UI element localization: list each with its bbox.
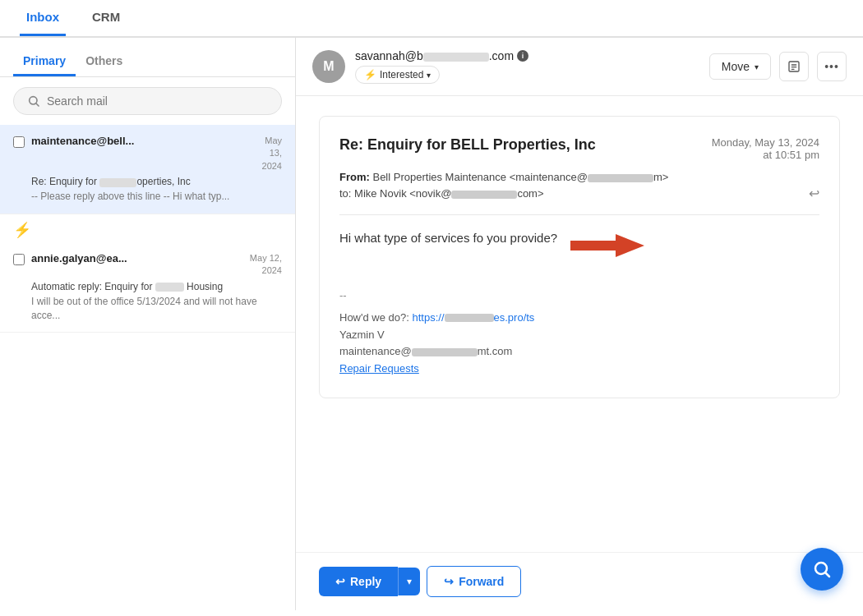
forward-button[interactable]: ↪ Forward xyxy=(427,566,521,597)
lightning-icon: ⚡ xyxy=(0,214,295,242)
arrow-annotation xyxy=(570,232,644,264)
signer-email: maintenance@mt.com xyxy=(339,343,819,361)
contact-email: savannah@b.com i xyxy=(355,49,699,62)
move-button[interactable]: Move ▾ xyxy=(709,53,771,80)
forward-icon: ↪ xyxy=(444,575,454,588)
reply-dropdown-button[interactable]: ▾ xyxy=(398,568,420,595)
email-header-bar: M savannah@b.com i ⚡ Interested ▾ Move ▾ xyxy=(296,38,863,96)
signer-name: Yazmin V xyxy=(339,327,819,344)
email-date-2: May 12, 2024 xyxy=(250,252,282,278)
email-checkbox-1[interactable] xyxy=(13,136,25,148)
list-item[interactable]: annie.galyan@ea... May 12, 2024 Automati… xyxy=(0,242,295,333)
divider xyxy=(339,214,819,215)
reply-icon: ↩ xyxy=(335,575,345,588)
email-body: Hi what type of services fo you provide?… xyxy=(339,228,819,378)
search-icon xyxy=(27,94,40,108)
email-thread: Re: Enquiry for BELL Properties, Inc Mon… xyxy=(319,116,840,398)
search-input[interactable] xyxy=(47,94,268,108)
tab-others[interactable]: Others xyxy=(76,48,132,76)
email-checkbox-2[interactable] xyxy=(13,254,25,265)
status-label: Interested xyxy=(380,69,423,80)
email-subject-1: Re: Enquiry for operties, Inc xyxy=(31,176,282,187)
repair-requests-link[interactable]: Repair Requests xyxy=(339,362,419,375)
nav-tab-crm[interactable]: CRM xyxy=(85,0,127,36)
survey-link[interactable]: https://es.pro/ts xyxy=(412,311,534,324)
email-detail-panel: M savannah@b.com i ⚡ Interested ▾ Move ▾ xyxy=(296,38,863,610)
svg-line-1 xyxy=(36,103,39,106)
chevron-down-icon: ▾ xyxy=(407,576,412,587)
tab-primary[interactable]: Primary xyxy=(13,48,76,76)
search-fab-button[interactable] xyxy=(801,548,843,591)
chevron-down-icon: ▾ xyxy=(755,62,759,71)
email-content: Re: Enquiry for BELL Properties, Inc Mon… xyxy=(296,96,863,552)
email-body-question: Hi what type of services fo you provide? xyxy=(339,228,557,248)
email-date-1: May 13, 2024 xyxy=(262,135,282,172)
nav-tab-inbox[interactable]: Inbox xyxy=(20,0,66,36)
list-item[interactable]: maintenance@bell... May 13, 2024 Re: Enq… xyxy=(0,125,295,214)
notes-button[interactable] xyxy=(779,52,809,81)
inbox-panel: Primary Others maintenance@bell... May 1… xyxy=(0,38,296,610)
avatar: M xyxy=(312,50,345,83)
email-preview-1: -- Please reply above this line -- Hi wh… xyxy=(31,190,282,204)
reply-button-group: ↩ Reply ▾ xyxy=(319,567,420,596)
email-sender-1: maintenance@bell... xyxy=(31,135,256,147)
more-button[interactable]: ••• xyxy=(817,52,847,81)
email-datetime: Monday, May 13, 2024 at 10:51 pm xyxy=(712,136,819,161)
email-to: to: Mike Novik <novik@com> ↩ xyxy=(339,186,819,201)
search-fab-icon xyxy=(812,559,832,579)
email-sender-2: annie.galyan@ea... xyxy=(31,252,243,264)
search-bar[interactable] xyxy=(13,87,282,115)
info-icon[interactable]: i xyxy=(517,50,528,62)
email-title: Re: Enquiry for BELL Properties, Inc xyxy=(339,136,699,154)
email-list: maintenance@bell... May 13, 2024 Re: Enq… xyxy=(0,125,295,610)
interested-badge[interactable]: ⚡ Interested ▾ xyxy=(355,66,440,84)
inbox-tabs: Primary Others xyxy=(0,38,295,77)
bolt-icon: ⚡ xyxy=(364,69,376,80)
signature-dashes: -- xyxy=(339,287,819,305)
svg-marker-6 xyxy=(570,234,644,257)
email-preview-2: I will be out of the office 5/13/2024 an… xyxy=(31,295,282,323)
howd-we-do: How'd we do?: https://es.pro/ts xyxy=(339,310,819,327)
chevron-down-icon: ▾ xyxy=(427,71,431,80)
email-signature: -- How'd we do?: https://es.pro/ts Yazmi… xyxy=(339,287,819,378)
contact-info: savannah@b.com i ⚡ Interested ▾ xyxy=(355,49,699,84)
email-actions: ↩ Reply ▾ ↪ Forward xyxy=(296,552,863,610)
reply-button[interactable]: ↩ Reply xyxy=(319,567,398,596)
email-subject-2: Automatic reply: Enquiry for Housing xyxy=(31,281,282,292)
email-thread-header: Re: Enquiry for BELL Properties, Inc Mon… xyxy=(339,136,819,161)
svg-line-8 xyxy=(826,573,830,577)
header-actions: Move ▾ ••• xyxy=(709,52,847,81)
email-from: From: Bell Properties Maintenance <maint… xyxy=(339,171,819,183)
